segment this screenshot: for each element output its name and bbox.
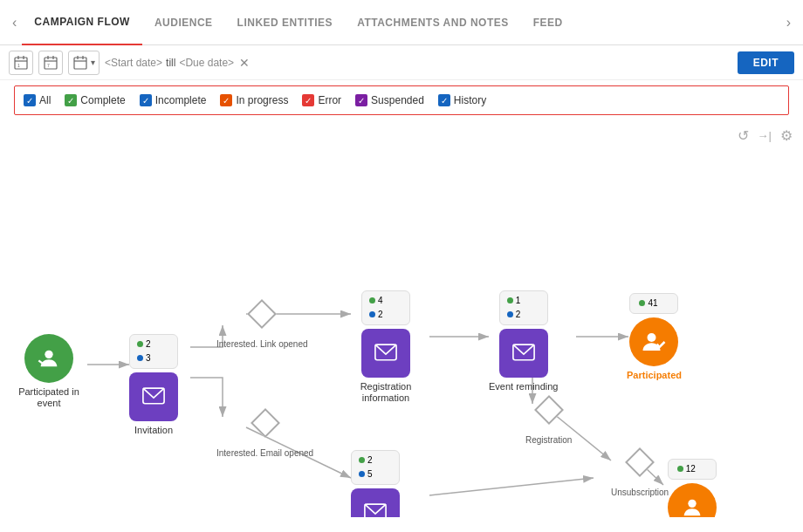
tab-linked-entities[interactable]: LINKED ENTITIES xyxy=(225,0,346,45)
unsubscribed-stat-badge: 12 xyxy=(668,459,717,480)
event-reminding-stat-badge: 1 2 xyxy=(499,290,548,325)
tab-feed[interactable]: FEED xyxy=(521,0,575,45)
settings-button[interactable]: ⚙ xyxy=(780,127,793,144)
end-date: <Due date> xyxy=(179,57,234,69)
filter-error[interactable]: ✓ Error xyxy=(302,94,341,106)
reg-info-stat-badge: 4 2 xyxy=(361,290,410,325)
node-invitation[interactable]: 2 3 Invitation xyxy=(129,334,178,436)
calendar-icon-2[interactable]: 7 xyxy=(38,51,63,75)
svg-point-29 xyxy=(688,500,696,508)
stat-dot-green xyxy=(507,297,513,304)
tab-attachments-notes[interactable]: ATTACHMENTS AND NOTES xyxy=(345,0,521,45)
filter-complete[interactable]: ✓ Complete xyxy=(65,94,125,106)
filter-inprogress-label: In progress xyxy=(236,94,288,106)
svg-line-21 xyxy=(429,478,594,495)
filter-incomplete-label: Incomplete xyxy=(155,94,207,106)
filter-suspended-label: Suspended xyxy=(371,94,424,106)
diamond-registration-icon xyxy=(534,395,564,425)
filter-history-checkbox[interactable]: ✓ xyxy=(438,94,450,106)
stat-dot-blue xyxy=(369,311,375,317)
node-interested-email-label: Interested. Email opened xyxy=(216,447,313,459)
stat-dot-blue xyxy=(137,355,143,361)
filter-complete-label: Complete xyxy=(80,94,125,106)
svg-text:7: 7 xyxy=(47,63,50,68)
calendar-range-icon[interactable]: ▾ xyxy=(68,51,100,75)
node-interested-link-label: Interested. Link opened xyxy=(216,338,308,350)
diamond-email-icon xyxy=(251,408,280,438)
stat-dot-green xyxy=(677,466,683,472)
flow-canvas[interactable]: ↺ →| ⚙ xyxy=(0,120,803,517)
filter-all-checkbox[interactable]: ✓ xyxy=(24,94,36,106)
toolbar: 1 7 ▾ <Start date> till <Due date> ✕ EDI… xyxy=(0,45,803,80)
stat-dot-green xyxy=(137,341,143,347)
node-registration-info-label: Registration information xyxy=(351,381,421,404)
filter-incomplete[interactable]: ✓ Incomplete xyxy=(140,94,207,106)
filter-all-label: All xyxy=(39,94,51,106)
filter-suspended[interactable]: ✓ Suspended xyxy=(355,94,424,106)
filter-bar-wrapper: ✓ All ✓ Complete ✓ Incomplete ✓ In progr… xyxy=(0,80,803,120)
diamond-unsubscription-icon xyxy=(625,447,655,477)
filter-history-label: History xyxy=(454,94,486,106)
stat-dot-green xyxy=(639,300,645,306)
tab-left-btn[interactable]: ‹ xyxy=(7,15,22,31)
node-event-reminding[interactable]: 1 2 Event reminding xyxy=(489,290,559,392)
date-separator: till xyxy=(166,57,175,69)
date-clear-btn[interactable]: ✕ xyxy=(239,56,250,70)
filter-error-label: Error xyxy=(318,94,341,106)
svg-line-23 xyxy=(38,360,43,364)
svg-point-27 xyxy=(648,333,656,342)
filter-suspended-checkbox[interactable]: ✓ xyxy=(355,94,367,106)
tab-campaign-flow[interactable]: CAMPAIGN FLOW xyxy=(22,0,142,45)
node-participated-label: Participated xyxy=(627,370,682,381)
tab-audience[interactable]: AUDIENCE xyxy=(142,0,225,45)
stat-dot-blue xyxy=(359,471,365,477)
node-participated-in-event-label: Participated in event xyxy=(14,386,84,409)
filter-inprogress-checkbox[interactable]: ✓ xyxy=(220,94,232,106)
node-interested-email: Interested. Email opened xyxy=(216,413,313,459)
tab-bar: ‹ CAMPAIGN FLOW AUDIENCE LINKED ENTITIES… xyxy=(0,0,803,45)
invitation-stat-badge: 2 3 xyxy=(129,334,178,369)
return-stat-badge: 2 5 xyxy=(351,450,400,485)
stat-dot-green xyxy=(359,457,365,463)
filter-error-checkbox[interactable]: ✓ xyxy=(302,94,314,106)
filter-bar: ✓ All ✓ Complete ✓ Incomplete ✓ In progr… xyxy=(14,85,789,115)
svg-text:1: 1 xyxy=(17,63,20,68)
undo-button[interactable]: ↺ xyxy=(738,127,749,144)
redo-button[interactable]: →| xyxy=(758,129,772,142)
tab-right-btn[interactable]: › xyxy=(781,15,796,31)
node-event-reminding-label: Event reminding xyxy=(489,381,559,392)
start-date: <Start date> xyxy=(105,57,162,69)
date-range: <Start date> till <Due date> ✕ xyxy=(105,56,250,70)
svg-point-22 xyxy=(45,351,52,358)
stat-dot-green xyxy=(369,297,375,304)
filter-inprogress[interactable]: ✓ In progress xyxy=(220,94,288,106)
node-unsubscribed[interactable]: 12 Unsubscribed xyxy=(660,459,724,517)
filter-all[interactable]: ✓ All xyxy=(24,94,51,106)
diamond-link-icon xyxy=(247,299,277,329)
node-return[interactable]: 2 5 Return... xyxy=(351,450,400,517)
node-registration-label: Registration xyxy=(525,434,572,446)
node-interested-link: Interested. Link opened xyxy=(216,304,308,350)
edit-button[interactable]: EDIT xyxy=(738,51,794,74)
filter-incomplete-checkbox[interactable]: ✓ xyxy=(140,94,152,106)
node-registration-info[interactable]: 4 2 Registration information xyxy=(351,290,421,404)
participated-stat-badge: 41 xyxy=(629,293,678,314)
canvas-tools: ↺ →| ⚙ xyxy=(738,127,793,144)
calendar-icon-1[interactable]: 1 xyxy=(9,51,33,75)
stat-dot-blue xyxy=(507,311,513,317)
svg-rect-10 xyxy=(74,58,86,69)
filter-history[interactable]: ✓ History xyxy=(438,94,486,106)
filter-complete-checkbox[interactable]: ✓ xyxy=(65,94,77,106)
node-invitation-label: Invitation xyxy=(134,425,173,436)
node-participated[interactable]: 41 Participated xyxy=(627,293,682,381)
node-registration: Registration xyxy=(525,399,572,446)
node-participated-in-event[interactable]: Participated in event xyxy=(14,334,84,409)
